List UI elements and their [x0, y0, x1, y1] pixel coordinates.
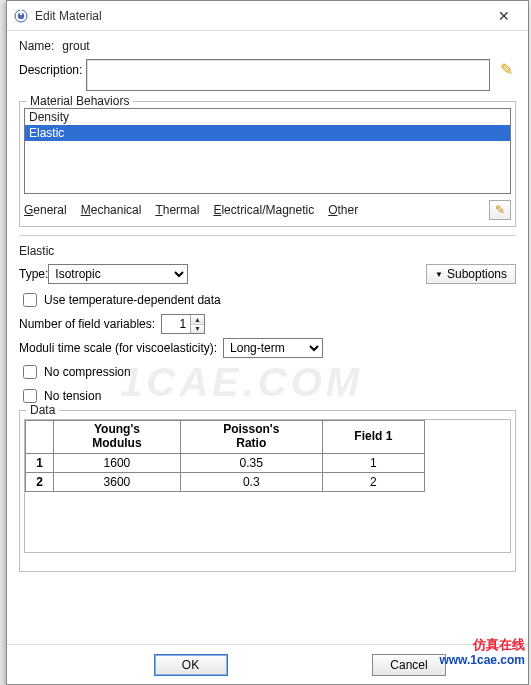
triangle-up-icon: ▲: [194, 316, 201, 323]
behaviors-list[interactable]: Density Elastic: [24, 108, 511, 194]
cell[interactable]: 1: [322, 453, 424, 472]
name-row: Name: grout: [19, 39, 516, 53]
data-table[interactable]: Young'sModulus Poisson'sRatio Field 1 1 …: [25, 420, 425, 492]
no-tension-row: No tension: [19, 386, 516, 406]
description-input[interactable]: [86, 59, 490, 91]
data-group: Data Young'sModulus Poisson'sRatio Field…: [19, 410, 516, 572]
svg-rect-2: [20, 9, 22, 15]
use-temp-label: Use temperature-dependent data: [44, 293, 221, 307]
description-label: Description:: [19, 63, 82, 77]
no-tension-label: No tension: [44, 389, 101, 403]
suboptions-button[interactable]: ▼ Suboptions: [426, 264, 516, 284]
behavior-item-density[interactable]: Density: [25, 109, 510, 125]
menu-thermal[interactable]: Thermal: [155, 203, 199, 217]
nfv-spinner[interactable]: ▲ ▼: [161, 314, 205, 334]
cell[interactable]: 0.35: [180, 453, 322, 472]
nfv-down[interactable]: ▼: [191, 325, 204, 334]
use-temp-row: Use temperature-dependent data: [19, 290, 516, 310]
behaviors-menu: General Mechanical Thermal Electrical/Ma…: [24, 194, 511, 222]
menu-general[interactable]: General: [24, 203, 67, 217]
close-button[interactable]: ✕: [482, 2, 526, 30]
edit-description-button[interactable]: ✎: [496, 59, 516, 79]
type-row: Type: Isotropic ▼ Suboptions: [19, 264, 516, 284]
no-compression-checkbox[interactable]: [23, 365, 37, 379]
cell[interactable]: 3600: [54, 472, 181, 491]
corner-cell: [26, 421, 54, 454]
row-number: 2: [26, 472, 54, 491]
nfv-row: Number of field variables: ▲ ▼: [19, 314, 516, 334]
content-area: Name: grout Description: ✎ Material Beha…: [7, 31, 528, 644]
nfv-label: Number of field variables:: [19, 317, 155, 331]
titlebar: Edit Material ✕: [7, 1, 528, 31]
table-row[interactable]: 1 1600 0.35 1: [26, 453, 425, 472]
triangle-down-icon: ▼: [194, 325, 201, 332]
separator: [19, 235, 516, 236]
close-icon: ✕: [498, 8, 510, 24]
no-compression-label: No compression: [44, 365, 131, 379]
edit-material-window: Edit Material ✕ Name: grout Description:…: [6, 0, 529, 685]
app-icon: [13, 8, 29, 24]
suboptions-label: Suboptions: [447, 267, 507, 281]
no-tension-checkbox[interactable]: [23, 389, 37, 403]
menu-other[interactable]: Other: [328, 203, 358, 217]
row-number: 1: [26, 453, 54, 472]
nfv-up[interactable]: ▲: [191, 315, 204, 325]
material-behaviors-group: Material Behaviors Density Elastic Gener…: [19, 101, 516, 227]
elastic-section-title: Elastic: [19, 244, 516, 258]
data-group-label: Data: [26, 403, 59, 417]
col-poisson: Poisson'sRatio: [180, 421, 322, 454]
nfv-input[interactable]: [162, 315, 190, 333]
menu-electrical[interactable]: Electrical/Magnetic: [213, 203, 314, 217]
type-select[interactable]: Isotropic: [48, 264, 188, 284]
cell[interactable]: 2: [322, 472, 424, 491]
type-label: Type:: [19, 267, 48, 281]
cell[interactable]: 0.3: [180, 472, 322, 491]
col-youngs: Young'sModulus: [54, 421, 181, 454]
window-title: Edit Material: [35, 9, 482, 23]
table-row[interactable]: 2 3600 0.3 2: [26, 472, 425, 491]
moduli-select[interactable]: Long-term: [223, 338, 323, 358]
cell[interactable]: 1600: [54, 453, 181, 472]
ok-button[interactable]: OK: [154, 654, 228, 676]
no-compression-row: No compression: [19, 362, 516, 382]
table-header-row: Young'sModulus Poisson'sRatio Field 1: [26, 421, 425, 454]
moduli-row: Moduli time scale (for viscoelasticity):…: [19, 338, 516, 358]
description-row: Description: ✎: [19, 59, 516, 91]
use-temp-checkbox[interactable]: [23, 293, 37, 307]
delete-behavior-button[interactable]: ✎: [489, 200, 511, 220]
cancel-button[interactable]: Cancel: [372, 654, 446, 676]
menu-mechanical[interactable]: Mechanical: [81, 203, 142, 217]
button-bar: OK Cancel: [7, 644, 528, 684]
pencil-icon: ✎: [500, 60, 513, 79]
pencil-icon: ✎: [495, 203, 505, 217]
moduli-label: Moduli time scale (for viscoelasticity):: [19, 341, 217, 355]
data-table-wrap: Young'sModulus Poisson'sRatio Field 1 1 …: [24, 419, 511, 553]
name-value: grout: [62, 39, 89, 53]
col-field1: Field 1: [322, 421, 424, 454]
triangle-down-icon: ▼: [435, 270, 443, 279]
behavior-item-elastic[interactable]: Elastic: [25, 125, 510, 141]
name-label: Name:: [19, 39, 54, 53]
material-behaviors-label: Material Behaviors: [26, 94, 133, 108]
